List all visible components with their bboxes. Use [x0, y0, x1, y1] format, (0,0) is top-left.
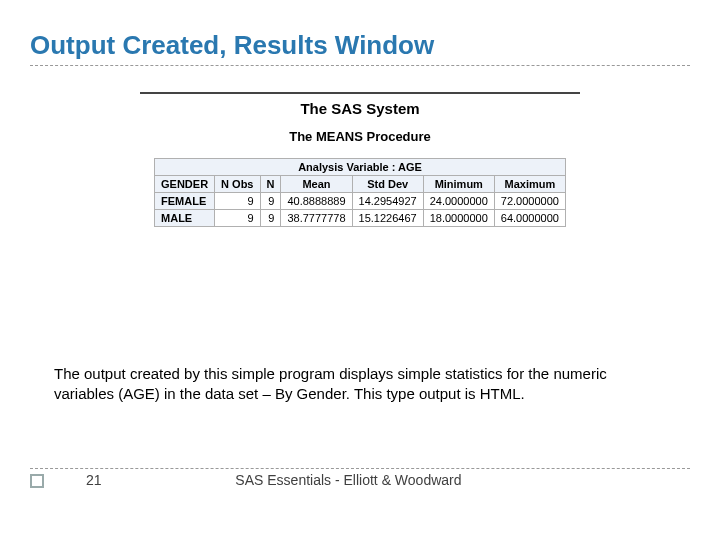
cell-n: 9	[260, 193, 281, 210]
col-nobs: N Obs	[215, 176, 260, 193]
col-min: Minimum	[423, 176, 494, 193]
footer-divider	[30, 468, 690, 469]
cell-std: 14.2954927	[352, 193, 423, 210]
cell-gender: FEMALE	[155, 193, 215, 210]
footer-marker-icon	[30, 474, 44, 488]
cell-nobs: 9	[215, 210, 260, 227]
col-gender: GENDER	[155, 176, 215, 193]
cell-min: 18.0000000	[423, 210, 494, 227]
analysis-variable-label: Analysis Variable : AGE	[155, 159, 566, 176]
cell-n: 9	[260, 210, 281, 227]
cell-mean: 38.7777778	[281, 210, 352, 227]
cell-std: 15.1226467	[352, 210, 423, 227]
sas-proc-title: The MEANS Procedure	[140, 129, 580, 144]
table-row: FEMALE 9 9 40.8888889 14.2954927 24.0000…	[155, 193, 566, 210]
cell-max: 72.0000000	[494, 193, 565, 210]
cell-nobs: 9	[215, 193, 260, 210]
sas-system-title: The SAS System	[140, 100, 580, 117]
page-number: 21	[86, 472, 102, 488]
table-header-row: GENDER N Obs N Mean Std Dev Minimum Maxi…	[155, 176, 566, 193]
cell-min: 24.0000000	[423, 193, 494, 210]
sas-top-rule	[140, 92, 580, 94]
means-table: Analysis Variable : AGE GENDER N Obs N M…	[154, 158, 566, 227]
sas-output-block: The SAS System The MEANS Procedure Analy…	[140, 92, 580, 227]
table-row: MALE 9 9 38.7777778 15.1226467 18.000000…	[155, 210, 566, 227]
col-max: Maximum	[494, 176, 565, 193]
cell-gender: MALE	[155, 210, 215, 227]
footer-text: SAS Essentials - Elliott & Woodward	[235, 472, 461, 488]
slide: Output Created, Results Window The SAS S…	[0, 0, 720, 540]
cell-max: 64.0000000	[494, 210, 565, 227]
col-mean: Mean	[281, 176, 352, 193]
description-text: The output created by this simple progra…	[54, 364, 670, 403]
cell-mean: 40.8888889	[281, 193, 352, 210]
slide-title: Output Created, Results Window	[30, 30, 690, 61]
col-stddev: Std Dev	[352, 176, 423, 193]
footer: 21 SAS Essentials - Elliott & Woodward	[30, 472, 690, 488]
title-divider	[30, 65, 690, 66]
col-n: N	[260, 176, 281, 193]
